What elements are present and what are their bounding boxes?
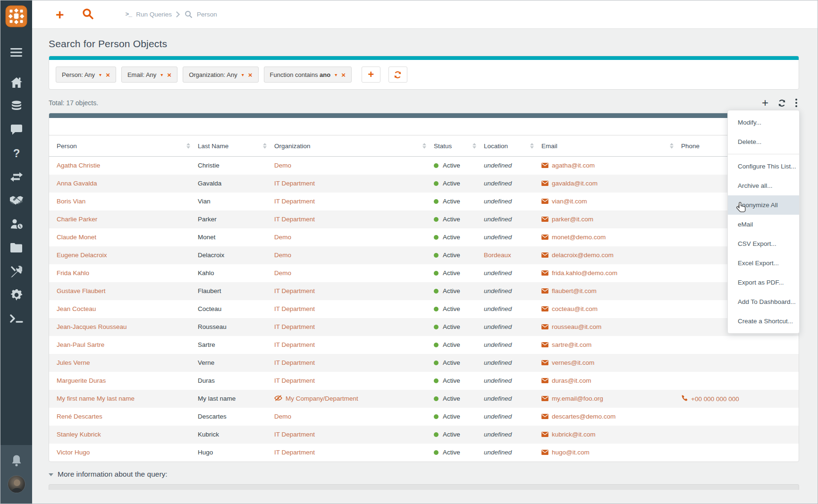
person-link[interactable]: Claude Monet <box>57 234 96 241</box>
folder-icon[interactable] <box>0 236 32 260</box>
column-header-organization[interactable]: Organization <box>270 135 430 157</box>
organization-link[interactable]: IT Department <box>274 359 315 366</box>
column-header-email[interactable]: Email <box>538 135 677 157</box>
table-row[interactable]: Gustave Flaubert Flaubert IT Department … <box>49 282 799 300</box>
help-icon[interactable]: ? <box>0 142 32 165</box>
reload-list-button[interactable] <box>778 99 786 107</box>
person-link[interactable]: Charlie Parker <box>57 216 97 223</box>
remove-filter-icon[interactable]: × <box>167 71 171 78</box>
email-link[interactable]: hugo@it.com <box>552 449 590 456</box>
notifications-bell-icon[interactable] <box>11 454 22 469</box>
global-search-button[interactable] <box>79 8 96 21</box>
chevron-down-icon[interactable]: ▾ <box>242 72 244 77</box>
person-link[interactable]: My first name My last name <box>57 395 135 402</box>
filter-chip[interactable]: Function contains ano ▾ × <box>264 67 352 83</box>
sort-icon[interactable] <box>670 143 674 149</box>
email-link[interactable]: my.email@foo.org <box>552 395 603 402</box>
filter-chip[interactable]: Person: Any ▾ × <box>56 67 116 83</box>
menu-item-excel-export[interactable]: Excel Export... <box>728 253 799 273</box>
add-filter-button[interactable]: + <box>362 67 380 83</box>
menu-item-delete[interactable]: Delete... <box>728 132 799 151</box>
user-avatar[interactable] <box>8 475 25 493</box>
person-link[interactable]: Stanley Kubrick <box>57 431 101 438</box>
table-row[interactable]: Marguerite Duras Duras IT Department Act… <box>49 372 799 390</box>
email-link[interactable]: agatha@it.com <box>552 162 595 169</box>
menu-item-email[interactable]: eMail <box>728 215 799 234</box>
breadcrumb-run-queries[interactable]: Run Queries <box>136 11 172 18</box>
person-link[interactable]: Jean-Jacques Rousseau <box>57 323 127 330</box>
add-object-button[interactable]: + <box>762 97 768 109</box>
menu-item-configure-this-list[interactable]: Configure This List... <box>728 157 799 176</box>
organization-link[interactable]: IT Department <box>274 180 315 187</box>
menu-item-add-to-dashboard[interactable]: Add To Dashboard... <box>728 292 799 311</box>
chevron-down-icon[interactable]: ▾ <box>335 72 337 77</box>
sort-icon[interactable] <box>263 143 267 149</box>
list-options-kebab-button[interactable] <box>795 99 797 107</box>
person-link[interactable]: Boris Vian <box>57 198 85 205</box>
person-link[interactable]: Marguerite Duras <box>57 377 106 384</box>
filter-chip[interactable]: Email: Any ▾ × <box>121 67 177 83</box>
column-header-last-name[interactable]: Last Name <box>194 135 270 157</box>
tools-icon[interactable] <box>0 260 32 283</box>
organization-link[interactable]: IT Department <box>274 431 315 438</box>
organization-link[interactable]: Demo <box>274 413 291 420</box>
chevron-down-icon[interactable]: ▾ <box>160 72 163 77</box>
email-link[interactable]: gavalda@it.com <box>552 180 598 187</box>
remove-filter-icon[interactable]: × <box>341 71 346 78</box>
organization-link[interactable]: My Company/Department <box>286 395 358 402</box>
organization-link[interactable]: IT Department <box>274 198 315 205</box>
chevron-down-icon[interactable]: ▾ <box>99 72 101 77</box>
table-row[interactable]: Stanley Kubrick Kubrick IT Department Ac… <box>49 426 799 444</box>
email-link[interactable]: cocteau@it.com <box>552 305 598 312</box>
phone-link[interactable]: +00 000 000 000 <box>691 395 739 403</box>
person-link[interactable]: Agatha Christie <box>57 162 100 169</box>
table-row[interactable]: Agatha Christie Christie Demo Active und… <box>49 157 799 175</box>
email-link[interactable]: vernes@it.com <box>552 359 594 366</box>
email-link[interactable]: monet@demo.com <box>552 234 606 241</box>
database-icon[interactable] <box>0 94 32 118</box>
person-link[interactable]: Eugene Delacroix <box>57 252 107 259</box>
person-link[interactable]: René Descartes <box>57 413 102 420</box>
person-link[interactable]: Frida Kahlo <box>57 269 89 277</box>
organization-link[interactable]: IT Department <box>274 341 315 348</box>
home-icon[interactable] <box>0 71 32 94</box>
remove-filter-icon[interactable]: × <box>106 71 110 78</box>
user-clock-icon[interactable] <box>0 212 32 236</box>
person-link[interactable]: Jules Verne <box>57 359 90 366</box>
email-link[interactable]: sartre@it.com <box>552 341 591 348</box>
table-row[interactable]: My first name My last name My last name … <box>49 390 799 408</box>
location-link[interactable]: Bordeaux <box>484 252 511 259</box>
email-link[interactable]: rousseau@it.com <box>552 323 601 330</box>
email-link[interactable]: vian@it.com <box>552 198 587 205</box>
sort-icon[interactable] <box>186 143 190 149</box>
table-row[interactable]: Frida Kahlo Kahlo Demo Active undefined … <box>49 264 799 282</box>
chat-icon[interactable] <box>0 118 32 142</box>
menu-item-export-as-pdf[interactable]: Export as PDF... <box>728 273 799 292</box>
organization-link[interactable]: IT Department <box>274 305 315 312</box>
menu-item-create-a-shortcut[interactable]: Create a Shortcut... <box>728 311 799 331</box>
menu-item-csv-export[interactable]: CSV Export... <box>728 234 799 253</box>
person-link[interactable]: Gustave Flaubert <box>57 287 106 294</box>
person-link[interactable]: Jean-Paul Sartre <box>57 341 104 348</box>
table-row[interactable]: Jean Cocteau Cocteau IT Department Activ… <box>49 300 799 318</box>
table-row[interactable]: Claude Monet Monet Demo Active undefined… <box>49 228 799 246</box>
quick-add-button[interactable]: + <box>53 8 67 22</box>
table-row[interactable]: René Descartes Descartes Demo Active und… <box>49 408 799 426</box>
app-logo-icon[interactable] <box>5 5 27 27</box>
table-row[interactable]: Eugene Delacroix Delacroix Demo Active B… <box>49 246 799 264</box>
table-row[interactable]: Jean-Jacques Rousseau Rousseau IT Depart… <box>49 318 799 336</box>
organization-link[interactable]: IT Department <box>274 287 315 294</box>
email-link[interactable]: parker@it.com <box>552 216 593 223</box>
email-link[interactable]: frida.kahlo@demo.com <box>552 269 617 277</box>
organization-link[interactable]: Demo <box>274 234 291 241</box>
organization-link[interactable]: IT Department <box>274 377 315 384</box>
table-row[interactable]: Anna Gavalda Gavalda IT Department Activ… <box>49 175 799 193</box>
menu-icon[interactable] <box>0 41 32 64</box>
menu-item-archive-all[interactable]: Archive all... <box>728 176 799 195</box>
handshake-icon[interactable] <box>0 189 32 212</box>
table-row[interactable]: Charlie Parker Parker IT Department Acti… <box>49 210 799 228</box>
column-header-person[interactable]: Person <box>49 135 194 157</box>
menu-item-anonymize-all[interactable]: Anonymize All <box>728 195 799 215</box>
person-link[interactable]: Victor Hugo <box>57 449 90 456</box>
column-header-status[interactable]: Status <box>430 135 480 157</box>
